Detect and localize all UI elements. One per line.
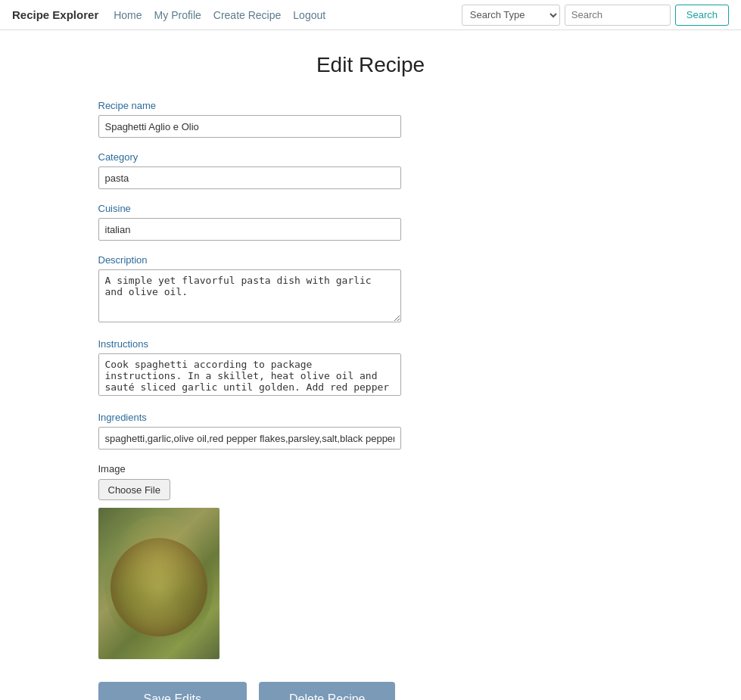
ingredients-group: Ingredients — [98, 412, 643, 450]
category-label: Category — [98, 151, 643, 163]
recipe-name-input[interactable] — [98, 115, 401, 138]
ingredients-label: Ingredients — [98, 412, 643, 423]
instructions-group: Instructions Cook spaghetti according to… — [98, 338, 643, 398]
category-group: Category — [98, 151, 643, 189]
category-input[interactable] — [98, 166, 401, 189]
cuisine-input[interactable] — [98, 218, 401, 241]
recipe-name-group: Recipe name — [98, 100, 643, 138]
delete-recipe-button[interactable]: Delete Recipe — [259, 682, 396, 700]
instructions-textarea[interactable]: Cook spaghetti according to package inst… — [98, 353, 401, 396]
recipe-name-label: Recipe name — [98, 100, 643, 111]
recipe-image — [98, 508, 219, 659]
search-button[interactable]: Search — [675, 5, 729, 26]
nav-links: Home My Profile Create Recipe Logout — [114, 9, 462, 21]
page-title: Edit Recipe — [98, 53, 643, 77]
cuisine-group: Cuisine — [98, 203, 643, 241]
nav-logout[interactable]: Logout — [293, 9, 325, 21]
ingredients-input[interactable] — [98, 427, 401, 450]
save-edits-button[interactable]: Save Edits — [98, 682, 247, 700]
nav-create-recipe[interactable]: Create Recipe — [213, 9, 282, 21]
instructions-label: Instructions — [98, 338, 643, 350]
instructions-wrapper: Cook spaghetti according to package inst… — [98, 353, 401, 398]
description-textarea[interactable]: A simple yet flavorful pasta dish with g… — [98, 269, 401, 322]
image-label: Image — [98, 463, 643, 474]
navbar: Recipe Explorer Home My Profile Create R… — [0, 0, 741, 30]
search-type-select[interactable]: Search Type — [462, 5, 560, 26]
nav-home[interactable]: Home — [114, 9, 142, 21]
nav-search-area: Search Type Search — [462, 5, 729, 26]
description-label: Description — [98, 254, 643, 266]
cuisine-label: Cuisine — [98, 203, 643, 214]
search-input[interactable] — [565, 5, 671, 26]
action-buttons: Save Edits Delete Recipe — [98, 682, 643, 700]
choose-file-button[interactable]: Choose File — [98, 479, 170, 500]
description-group: Description A simple yet flavorful pasta… — [98, 254, 643, 325]
main-content: Edit Recipe Recipe name Category Cuisine… — [83, 30, 658, 700]
app-brand: Recipe Explorer — [12, 8, 98, 21]
nav-my-profile[interactable]: My Profile — [154, 9, 201, 21]
image-group: Image Choose File — [98, 463, 643, 659]
